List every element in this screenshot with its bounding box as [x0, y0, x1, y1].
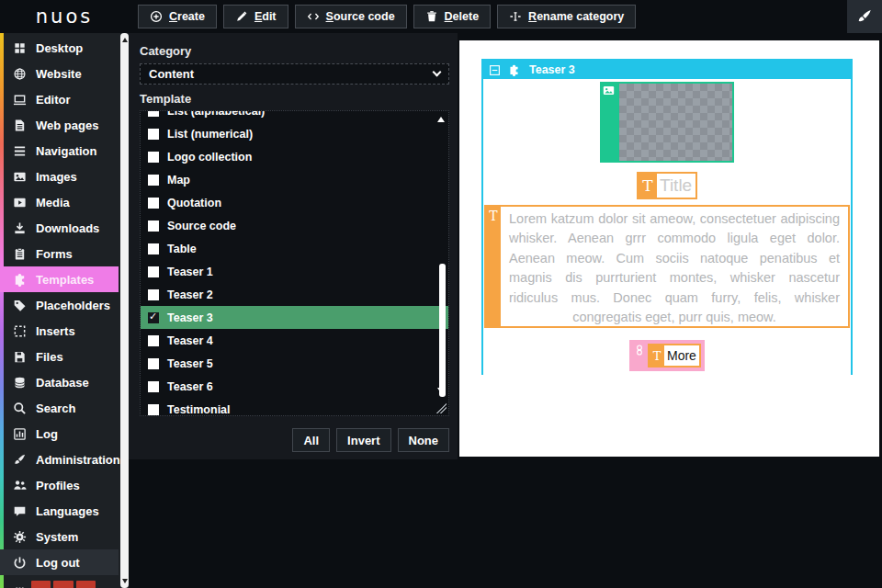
preview-panel: Teaser 3 T Title T Lorem katzum dolor si… — [459, 40, 879, 457]
sidebar-item-files[interactable]: Files — [0, 344, 119, 369]
text-field-icon: T — [486, 207, 501, 326]
photo-icon — [603, 85, 615, 96]
checkbox[interactable] — [148, 312, 159, 323]
preview-header: Teaser 3 — [483, 61, 851, 79]
download-icon — [13, 221, 27, 235]
list-scroll-up-icon[interactable] — [437, 117, 445, 122]
checkbox[interactable] — [148, 110, 159, 117]
sidebar-item-media[interactable]: Media — [0, 189, 119, 215]
more-button[interactable]: T More — [629, 340, 705, 371]
sidebar-item-images[interactable]: Images — [0, 164, 119, 189]
template-row-teaser-1[interactable]: Teaser 1 — [141, 260, 448, 283]
sidebar-item-database[interactable]: Database — [0, 369, 119, 395]
source-code-button[interactable]: Source code — [295, 5, 407, 28]
title-placeholder-text: Title — [657, 174, 695, 198]
form-icon — [13, 247, 27, 261]
title-placeholder: T Title — [637, 172, 697, 199]
toolbar-buttons: CreateEditSource codeDeleteRename catego… — [138, 5, 636, 28]
rename-icon — [509, 10, 522, 23]
delete-button[interactable]: Delete — [413, 5, 492, 28]
sidebar-item-editor[interactable]: Editor — [0, 86, 119, 112]
category-label: Category — [140, 44, 449, 58]
sidebar-item-inserts[interactable]: Inserts — [0, 318, 119, 344]
resize-grip[interactable] — [436, 403, 447, 413]
top-toolbar: nuos CreateEditSource codeDeleteRename c… — [0, 0, 882, 33]
sidebar-item-administration[interactable]: Administration — [0, 447, 119, 472]
sidebar-item-downloads[interactable]: Downloads — [0, 215, 119, 241]
sidebar: DesktopWebsiteEditorWeb pagesNavigationI… — [0, 33, 129, 588]
list-scrollbar-thumb[interactable] — [439, 264, 446, 397]
checkbox[interactable] — [148, 220, 159, 232]
rename-category-button[interactable]: Rename category — [497, 5, 636, 28]
puzzle-icon — [13, 273, 27, 287]
sidebar-item-profiles[interactable]: Profiles — [0, 472, 119, 498]
brush-icon — [856, 8, 873, 25]
scroll-up-icon[interactable] — [122, 38, 128, 42]
create-button[interactable]: Create — [138, 5, 217, 28]
template-row-teaser-4[interactable]: Teaser 4 — [141, 329, 448, 352]
scroll-down-icon[interactable] — [122, 579, 128, 583]
sidebar-item-search[interactable]: Search — [0, 395, 119, 421]
template-row-testimonial[interactable]: Testimonial — [141, 398, 448, 416]
media-icon — [13, 196, 27, 209]
checkbox[interactable] — [148, 358, 159, 369]
checkbox[interactable] — [148, 152, 159, 163]
globe-icon — [13, 67, 27, 81]
text-field-icon: T — [639, 174, 657, 198]
edit-button[interactable]: Edit — [223, 5, 288, 28]
sidebar-item-system[interactable]: System — [0, 524, 119, 549]
template-row-teaser-5[interactable]: Teaser 5 — [141, 352, 448, 375]
sidebar-item-forms[interactable]: Forms — [0, 241, 119, 266]
menu-icon — [13, 144, 27, 158]
all-button[interactable]: All — [292, 428, 330, 452]
tag-icon — [13, 299, 27, 312]
selection-actions: AllInvertNone — [140, 428, 449, 452]
text-field-icon: T — [650, 345, 664, 366]
template-list: List (alphabetical)List (numerical)Logo … — [141, 110, 448, 416]
template-row-source-code[interactable]: Source code — [141, 214, 448, 237]
template-row-teaser-3[interactable]: Teaser 3 — [141, 306, 448, 329]
template-row-teaser-2[interactable]: Teaser 2 — [141, 283, 448, 306]
checkbox[interactable] — [148, 289, 159, 300]
edit-icon — [235, 10, 248, 23]
template-row-list-numerical[interactable]: List (numerical) — [141, 122, 448, 145]
invert-button[interactable]: Invert — [336, 428, 390, 452]
sidebar-item-languages[interactable]: Languages — [0, 498, 119, 524]
checkbox[interactable] — [148, 243, 159, 254]
template-row-table[interactable]: Table — [141, 237, 448, 260]
collapse-icon[interactable] — [489, 64, 501, 76]
checkbox[interactable] — [148, 404, 159, 415]
template-row-map[interactable]: Map — [141, 168, 448, 191]
template-row-logo-collection[interactable]: Logo collection — [141, 145, 448, 168]
checkbox[interactable] — [148, 381, 159, 392]
checkbox[interactable] — [148, 198, 159, 209]
sidebar-item-log-out[interactable]: Log out — [0, 549, 119, 575]
template-row-list-alphabetical[interactable]: List (alphabetical) — [141, 110, 448, 122]
sidebar-scrollbar[interactable] — [120, 33, 129, 588]
sidebar-item-web-pages[interactable]: Web pages — [0, 112, 119, 138]
sidebar-item-navigation[interactable]: Navigation — [0, 138, 119, 164]
theme-button[interactable] — [847, 0, 882, 33]
sidebar-item-placeholders[interactable]: Placeholders — [0, 292, 119, 318]
checkbox[interactable] — [148, 175, 159, 186]
template-row-quotation[interactable]: Quotation — [141, 191, 448, 214]
app-logo: nuos — [0, 6, 129, 28]
category-select[interactable]: Content — [140, 63, 449, 85]
sidebar-item-log[interactable]: Log — [0, 421, 119, 447]
chevron-down-icon — [433, 68, 442, 77]
body-text-placeholder: T Lorem katzum dolor sit ameow, consecte… — [484, 205, 850, 328]
profiles-icon — [13, 479, 27, 492]
sidebar-item-website[interactable]: Website — [0, 61, 119, 86]
template-picker-panel: Category Content Template List (alphabet… — [129, 33, 458, 459]
none-button[interactable]: None — [398, 428, 450, 452]
sidebar-item-templates[interactable]: Templates — [0, 266, 119, 292]
brush-icon — [13, 453, 27, 467]
database-icon — [13, 376, 27, 390]
image-icon — [13, 170, 27, 184]
checkbox[interactable] — [148, 335, 159, 346]
image-placeholder — [600, 82, 734, 163]
checkbox[interactable] — [148, 129, 159, 140]
sidebar-item-desktop[interactable]: Desktop — [0, 35, 119, 61]
checkbox[interactable] — [148, 266, 159, 277]
template-row-teaser-6[interactable]: Teaser 6 — [141, 375, 448, 398]
